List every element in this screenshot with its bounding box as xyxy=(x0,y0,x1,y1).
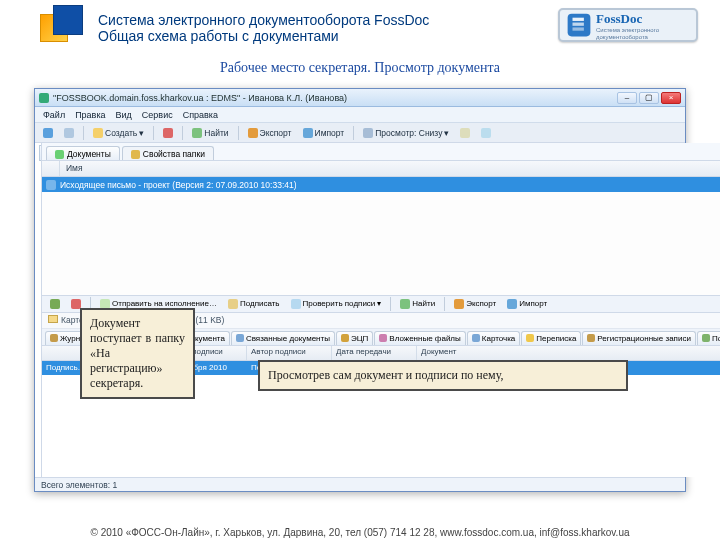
decorative-square xyxy=(40,14,68,42)
tab-icon xyxy=(379,334,387,342)
doc-tab-label: Вложенные файлы xyxy=(389,334,460,343)
doc-tab-label: Регистрационные записи xyxy=(597,334,691,343)
nav-fwd-button[interactable] xyxy=(60,127,78,139)
tb-extra1[interactable] xyxy=(456,127,474,139)
col-icon[interactable] xyxy=(42,161,60,176)
dcol-tdate[interactable]: Дата передачи xyxy=(332,346,417,360)
doc-tab-label: Карточка xyxy=(482,334,516,343)
subtitle: Рабочее место секретаря. Просмотр докуме… xyxy=(0,60,720,76)
maximize-button[interactable]: ▢ xyxy=(639,92,659,104)
preview-button[interactable]: Просмотр: Снизу ▾ xyxy=(359,127,453,139)
grid-row-text: Исходящее письмо - проект (Версия 2: 07.… xyxy=(60,180,297,190)
svg-rect-3 xyxy=(573,27,584,30)
top-tabs: Документы Свойства папки xyxy=(42,143,720,161)
slide-header: Система электронного документооборота Fo… xyxy=(0,0,720,50)
slide-footer: © 2010 «ФОСС-Он-Лайн», г. Харьков, ул. Д… xyxy=(0,527,720,538)
sub-find-button[interactable]: Найти xyxy=(396,298,439,310)
tab-icon xyxy=(702,334,710,342)
sub-export-button[interactable]: Экспорт xyxy=(450,298,500,310)
find-button[interactable]: Найти xyxy=(188,127,232,139)
svg-rect-2 xyxy=(573,23,584,26)
svg-rect-1 xyxy=(573,18,584,21)
window-title: "FOSSBOOK.domain.foss.kharkov.ua : EDMS"… xyxy=(53,93,617,103)
export-button[interactable]: Экспорт xyxy=(244,127,296,139)
doc-tab[interactable]: ЭЦП xyxy=(336,331,373,345)
menu-edit[interactable]: Правка xyxy=(75,110,105,120)
delete-button[interactable] xyxy=(159,127,177,139)
callout-right: Просмотрев сам документ и подписи по нем… xyxy=(258,360,628,391)
fossdoc-logo-icon xyxy=(566,12,592,38)
titlebar[interactable]: "FOSSBOOK.domain.foss.kharkov.ua : EDMS"… xyxy=(35,89,685,107)
doc-tab-label: Подписи документа xyxy=(712,334,720,343)
menu-view[interactable]: Вид xyxy=(116,110,132,120)
status-bar: Всего элементов: 1 xyxy=(35,477,685,491)
doc-tab[interactable]: Подписи документа xyxy=(697,331,720,345)
doc-tab[interactable]: Карточка xyxy=(467,331,521,345)
app-window: "FOSSBOOK.domain.foss.kharkov.ua : EDMS"… xyxy=(34,88,686,492)
doc-tab[interactable]: Регистрационные записи xyxy=(582,331,696,345)
menu-file[interactable]: Файл xyxy=(43,110,65,120)
menubar: Файл Правка Вид Сервис Справка xyxy=(35,107,685,123)
dcol-doc[interactable]: Документ xyxy=(417,346,720,360)
logo-brand: FossDoc xyxy=(596,11,642,26)
main-toolbar: Создать ▾ Найти Экспорт Импорт Просмотр:… xyxy=(35,123,685,143)
grid-row-selected[interactable]: Исходящее письмо - проект (Версия 2: 07.… xyxy=(42,177,720,192)
menu-help[interactable]: Справка xyxy=(183,110,218,120)
nav-back-button[interactable] xyxy=(39,127,57,139)
doc-tab-label: ЭЦП xyxy=(351,334,368,343)
tab-icon xyxy=(50,334,58,342)
tab-documents[interactable]: Документы xyxy=(46,146,120,160)
callout-left: Документ поступает в папку «На регистрац… xyxy=(80,308,195,399)
close-button[interactable]: × xyxy=(661,92,681,104)
create-button[interactable]: Создать ▾ xyxy=(89,127,148,139)
logo-tag1: Система электронного xyxy=(596,27,659,34)
dcol-author[interactable]: Автор подписи xyxy=(247,346,332,360)
tab-icon xyxy=(526,334,534,342)
doc-tab-label: Переписка xyxy=(536,334,576,343)
app-icon xyxy=(39,93,49,103)
check-sign-button[interactable]: Проверить подписи ▾ xyxy=(287,298,386,310)
logo-tag2: документооборота xyxy=(596,34,659,41)
import-button[interactable]: Импорт xyxy=(299,127,349,139)
doc-tab[interactable]: Вложенные файлы xyxy=(374,331,465,345)
doc-tab[interactable]: Связанные документы xyxy=(231,331,335,345)
tb-extra2[interactable] xyxy=(477,127,495,139)
tab-icon xyxy=(472,334,480,342)
tb-open[interactable] xyxy=(46,298,64,310)
sign-button[interactable]: Подписать xyxy=(224,298,284,310)
mail-icon xyxy=(46,180,56,190)
tab-icon xyxy=(341,334,349,342)
tab-folder-props[interactable]: Свойства папки xyxy=(122,146,214,160)
logo-badge: FossDoc Система электронного документооб… xyxy=(558,8,698,42)
minimize-button[interactable]: – xyxy=(617,92,637,104)
grid-header: Имя Индекс документа Дата документа xyxy=(42,161,720,177)
menu-service[interactable]: Сервис xyxy=(142,110,173,120)
col-name[interactable]: Имя xyxy=(60,161,720,176)
tab-icon xyxy=(236,334,244,342)
doc-tab-label: Связанные документы xyxy=(246,334,330,343)
tab-icon xyxy=(587,334,595,342)
sub-import-button[interactable]: Импорт xyxy=(503,298,551,310)
folder-tree[interactable]: Иванова К.Л. Входящие документыЗадачиИсх… xyxy=(35,143,42,477)
doc-tab[interactable]: Переписка xyxy=(521,331,581,345)
